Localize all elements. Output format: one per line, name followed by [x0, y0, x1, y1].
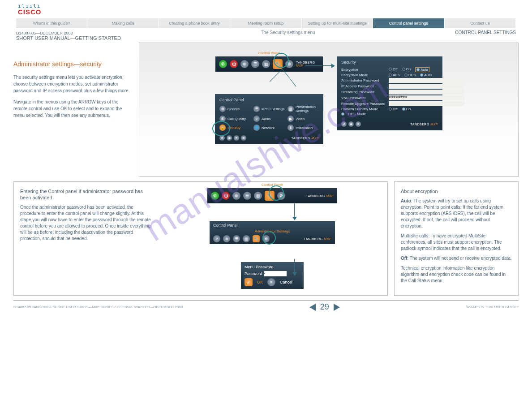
streaming-password-input[interactable] [389, 90, 464, 95]
top-nav: What's in this guide? Making calls Creat… [16, 18, 516, 28]
nav-contact[interactable]: Contact us [445, 18, 516, 28]
remote-upgrade-password-input[interactable] [389, 101, 464, 106]
cp-video[interactable]: ▶Video [287, 116, 319, 122]
control-panel-icon[interactable]: 🔧 [265, 191, 275, 201]
cp-network[interactable]: 🌐Network [253, 125, 285, 131]
nav-multisite[interactable]: Setting up for multi-site meetings [302, 18, 373, 28]
sec-footer-icon-3[interactable]: ✕ [356, 121, 361, 127]
icon-b[interactable]: ☰ [243, 192, 251, 200]
security-settings-panel: Security Encryption Off On Auto Encrypti… [337, 56, 442, 130]
standby-on[interactable]: On [402, 107, 411, 111]
cp-security[interactable]: 🔒Security [219, 125, 251, 131]
admin-settings-bar: Control Panel Administrator Settings ? ⊕… [210, 221, 335, 244]
hangup-icon[interactable]: ⏻ [230, 60, 238, 68]
next-page-arrow[interactable] [334, 304, 340, 311]
main-diagram-panel: Control Panel ✆ ⏻ ⊕ ☰ ▥ 🔧 ⚙ TANDBERG MXP… [139, 43, 519, 177]
lower-left-panel: Entering the Control panel if administra… [13, 181, 388, 296]
sec-encryption: Encryption Off On Auto [341, 67, 438, 72]
admin-icon-2[interactable]: ⊕ [223, 235, 230, 242]
footer-icon-3[interactable]: ✕ [234, 135, 239, 141]
footer-left: D14087.05 TANDBERG SHORT USER GUIDE—MXP … [13, 305, 183, 309]
enc-off[interactable]: Off [389, 67, 398, 72]
standby-off[interactable]: Off [389, 107, 398, 111]
ok-button-icon[interactable]: ✓ [245, 278, 253, 286]
cancel-icon[interactable]: ✕ [267, 278, 275, 286]
sec-encryption-mode: Encryption Mode AES DES Auto [341, 73, 438, 77]
nav-icon-3[interactable]: ▥ [262, 60, 270, 68]
sec-camera-standby: Camera Standby Mode Off On [341, 107, 438, 111]
cp-call-quality[interactable]: ✆Call Quality [219, 116, 251, 122]
call-icon[interactable]: ✆ [211, 192, 219, 200]
sidebar-title: Administrator settings—security [13, 60, 130, 68]
sec-footer-icon-1[interactable]: ↺ [341, 121, 347, 127]
call-icon[interactable]: ✆ [219, 60, 227, 68]
tandberg-bar-2: Control Panel ✆ ⏻ ⊕ ☰ ▥ 🔧 ⚙ TANDBERG MXP [207, 188, 337, 203]
nav-control-panel[interactable]: Control panel settings [373, 18, 444, 28]
cp-audio[interactable]: ♪Audio [253, 116, 285, 122]
sec-fips[interactable]: FIPS Mode [341, 112, 438, 116]
admin-password-input[interactable] [389, 78, 464, 83]
icon-c[interactable]: ▥ [254, 192, 262, 200]
control-panel-icon[interactable]: 🔧 [273, 59, 283, 69]
icon-d[interactable]: ⚙ [277, 192, 285, 200]
page-number: 29 [320, 302, 329, 312]
footer-right[interactable]: WHAT'S IN THIS USER GUIDE? [466, 305, 519, 309]
vnc-password-input[interactable] [389, 95, 464, 100]
cp-footer-icons: ↺ ◉ ✕ ⊗ TANDBERG MXP [219, 135, 319, 141]
nav-whats-in[interactable]: What's in this guide? [16, 18, 87, 28]
cp-menu-settings[interactable]: ☰Menu Settings [253, 105, 285, 113]
prev-page-arrow[interactable] [309, 304, 316, 311]
footer-icon-1[interactable]: ↺ [219, 135, 225, 141]
admin-settings-icon[interactable]: 🔧 [253, 235, 260, 242]
admin-icon-3[interactable]: ☰ [233, 235, 240, 242]
menu-password-input[interactable] [264, 271, 287, 276]
enc-auto[interactable]: Auto [415, 67, 429, 72]
ok-button[interactable]: OK [257, 280, 263, 284]
cp-presentation[interactable]: ▥Presentation Settings [287, 105, 319, 113]
footer-icon-4[interactable]: ⊗ [241, 135, 246, 141]
sidebar-text: Administrator settings—security The secu… [13, 60, 130, 123]
control-panel-grid: Control Panel ⚙General ☰Menu Settings ▥P… [215, 94, 323, 144]
cp-installation[interactable]: ⬇Installation [287, 125, 319, 131]
nav-making-calls[interactable]: Making calls [87, 18, 159, 28]
tandberg-top-bar: Control Panel ✆ ⏻ ⊕ ☰ ▥ 🔧 ⚙ TANDBERG MXP [215, 56, 323, 72]
cp-general[interactable]: ⚙General [219, 105, 251, 113]
mode-aes[interactable]: AES [389, 73, 400, 77]
enc-on[interactable]: On [402, 67, 411, 72]
hangup-icon[interactable]: ⏻ [222, 192, 230, 200]
admin-icon-1[interactable]: ? [213, 235, 220, 242]
nav-meeting-room[interactable]: Meeting room setup [230, 18, 301, 28]
cisco-logo: ılıılı CISCO [18, 4, 519, 16]
lower-left-title: Entering the Control panel if administra… [20, 188, 154, 201]
admin-icon-4[interactable]: ▥ [243, 235, 250, 242]
subheader: D14087.05—DECEMBER 2008 SHORT USER MANUA… [16, 30, 516, 41]
footer-icon-2[interactable]: ◉ [227, 135, 232, 141]
about-encryption-panel: About encryption Auto: The system will t… [394, 181, 519, 296]
mode-auto[interactable]: Auto [420, 73, 431, 77]
cancel-button[interactable]: Cancel [280, 280, 292, 284]
nav-phone-book[interactable]: Creating a phone book entry [159, 18, 230, 28]
page-footer: D14087.05 TANDBERG SHORT USER GUIDE—MXP … [13, 300, 519, 312]
nav-icon-2[interactable]: ☰ [251, 60, 259, 68]
ip-access-password-input[interactable] [389, 84, 464, 89]
nav-icon-1[interactable]: ⊕ [240, 60, 249, 68]
nav-icon-4[interactable]: ⚙ [285, 60, 293, 68]
mode-des[interactable]: DES [404, 73, 416, 77]
sec-footer-icon-2[interactable]: ◉ [348, 121, 354, 127]
admin-icon-5[interactable]: ⚙ [262, 235, 270, 242]
icon-a[interactable]: ⊕ [232, 192, 240, 200]
